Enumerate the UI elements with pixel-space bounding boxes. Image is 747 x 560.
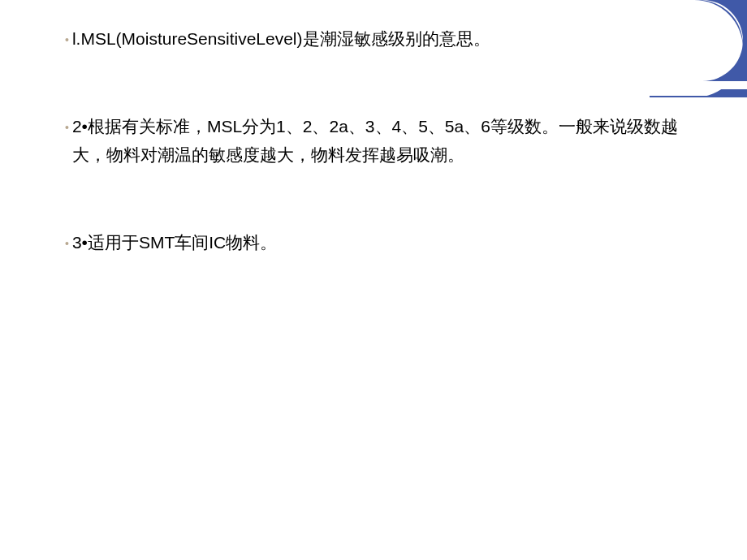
list-item: • 2•根据有关标准，MSL分为1、2、2a、3、4、5、5a、6等级数。一般来…: [65, 112, 682, 170]
bullet-marker-icon: •: [65, 118, 69, 138]
bullet-text: 2•根据有关标准，MSL分为1、2、2a、3、4、5、5a、6等级数。一般来说级…: [72, 112, 682, 170]
bullet-marker-icon: •: [65, 235, 69, 254]
bullet-text: l.MSL(MoistureSensitiveLevel)是潮湿敏感级别的意思。: [72, 24, 682, 54]
list-item: • 3•适用于SMT车间IC物料。: [65, 228, 682, 257]
svg-rect-0: [650, 96, 747, 97]
slide-content: • l.MSL(MoistureSensitiveLevel)是潮湿敏感级别的意…: [0, 0, 747, 282]
list-item: • l.MSL(MoistureSensitiveLevel)是潮湿敏感级别的意…: [65, 24, 682, 54]
bullet-marker-icon: •: [65, 31, 69, 50]
corner-graphic: [650, 0, 747, 97]
bullet-text: 3•适用于SMT车间IC物料。: [72, 228, 682, 257]
